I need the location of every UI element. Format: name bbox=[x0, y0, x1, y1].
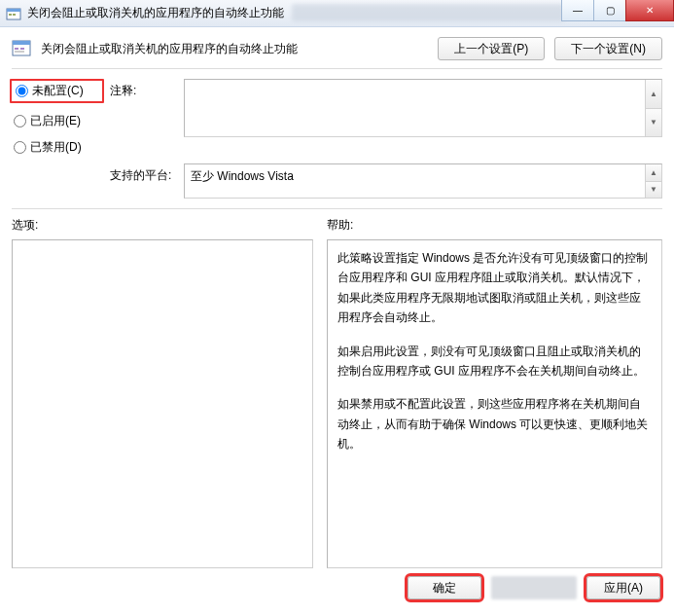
next-setting-button[interactable]: 下一个设置(N) bbox=[554, 37, 662, 60]
window-title: 关闭会阻止或取消关机的应用程序的自动终止功能 bbox=[27, 5, 284, 21]
bottom-bar: 确定 应用(A) bbox=[0, 568, 674, 599]
radio-not-configured-label: 未配置(C) bbox=[32, 83, 84, 99]
minimize-button[interactable]: — bbox=[561, 0, 594, 21]
help-column: 帮助: 此策略设置指定 Windows 是否允许没有可见顶级窗口的控制台应用程序… bbox=[327, 217, 662, 568]
config-grid: 未配置(C) 已启用(E) 已禁用(D) 注释: ▲ ▼ bbox=[12, 79, 662, 156]
svg-rect-7 bbox=[20, 48, 24, 50]
spinner-down-icon[interactable]: ▼ bbox=[646, 182, 661, 199]
help-paragraph: 此策略设置指定 Windows 是否允许没有可见顶级窗口的控制台应用程序和 GU… bbox=[337, 248, 652, 328]
radio-enabled[interactable]: 已启用(E) bbox=[14, 113, 104, 129]
radio-disabled[interactable]: 已禁用(D) bbox=[14, 139, 104, 156]
comment-spinner: ▲ ▼ bbox=[645, 80, 661, 136]
close-button[interactable]: ✕ bbox=[625, 0, 674, 21]
platform-spinner: ▲ ▼ bbox=[645, 164, 661, 198]
options-column: 选项: bbox=[12, 217, 313, 568]
prev-setting-button[interactable]: 上一个设置(P) bbox=[438, 37, 545, 60]
maximize-button[interactable]: ▢ bbox=[593, 0, 626, 21]
policy-header: 关闭会阻止或取消关机的应用程序的自动终止功能 上一个设置(P) 下一个设置(N) bbox=[12, 37, 662, 60]
platform-box[interactable]: 至少 Windows Vista ▲ ▼ bbox=[184, 163, 662, 199]
window-controls: — ▢ ✕ bbox=[562, 0, 674, 21]
policy-title: 关闭会阻止或取消关机的应用程序的自动终止功能 bbox=[41, 37, 428, 57]
help-label: 帮助: bbox=[327, 217, 662, 234]
radio-not-configured[interactable]: 未配置(C) bbox=[10, 79, 104, 103]
platform-value: 至少 Windows Vista bbox=[191, 169, 294, 183]
apply-button[interactable]: 应用(A) bbox=[586, 576, 660, 599]
ok-button[interactable]: 确定 bbox=[408, 576, 481, 599]
app-icon bbox=[6, 6, 21, 21]
radio-disabled-label: 已禁用(D) bbox=[30, 139, 82, 156]
radio-not-configured-input[interactable] bbox=[16, 85, 28, 97]
divider bbox=[12, 68, 662, 69]
svg-rect-8 bbox=[15, 51, 24, 53]
help-paragraph: 如果禁用或不配置此设置，则这些应用程序将在关机期间自动终止，从而有助于确保 Wi… bbox=[337, 394, 652, 453]
lower-panes: 选项: 帮助: 此策略设置指定 Windows 是否允许没有可见顶级窗口的控制台… bbox=[0, 217, 674, 568]
policy-icon bbox=[12, 39, 31, 58]
radio-enabled-input[interactable] bbox=[14, 115, 26, 127]
nav-buttons: 上一个设置(P) 下一个设置(N) bbox=[438, 37, 662, 60]
platform-row: 支持的平台: 至少 Windows Vista ▲ ▼ bbox=[12, 163, 662, 199]
svg-rect-2 bbox=[9, 14, 12, 16]
svg-rect-3 bbox=[13, 14, 16, 16]
spinner-up-icon[interactable]: ▲ bbox=[646, 164, 661, 182]
svg-rect-1 bbox=[7, 9, 20, 12]
divider bbox=[12, 208, 662, 209]
titlebar: 关闭会阻止或取消关机的应用程序的自动终止功能 — ▢ ✕ bbox=[0, 0, 674, 27]
options-label: 选项: bbox=[12, 217, 313, 234]
help-pane[interactable]: 此策略设置指定 Windows 是否允许没有可见顶级窗口的控制台应用程序和 GU… bbox=[327, 239, 662, 568]
options-pane[interactable] bbox=[12, 239, 313, 568]
help-paragraph: 如果启用此设置，则没有可见顶级窗口且阻止或取消关机的控制台应用程序或 GUI 应… bbox=[337, 342, 652, 381]
platform-label: 支持的平台: bbox=[110, 163, 178, 184]
content-area: 关闭会阻止或取消关机的应用程序的自动终止功能 上一个设置(P) 下一个设置(N)… bbox=[0, 27, 674, 209]
comment-label: 注释: bbox=[110, 79, 178, 99]
spinner-down-icon[interactable]: ▼ bbox=[646, 109, 661, 137]
svg-rect-6 bbox=[15, 48, 18, 50]
comment-input[interactable]: ▲ ▼ bbox=[184, 79, 662, 137]
radio-group: 未配置(C) 已启用(E) 已禁用(D) bbox=[12, 79, 104, 156]
obscured-region bbox=[292, 4, 564, 21]
radio-enabled-label: 已启用(E) bbox=[30, 113, 81, 129]
svg-rect-5 bbox=[13, 41, 30, 45]
radio-disabled-input[interactable] bbox=[14, 141, 26, 154]
obscured-button bbox=[491, 576, 577, 599]
spinner-up-icon[interactable]: ▲ bbox=[646, 80, 661, 109]
